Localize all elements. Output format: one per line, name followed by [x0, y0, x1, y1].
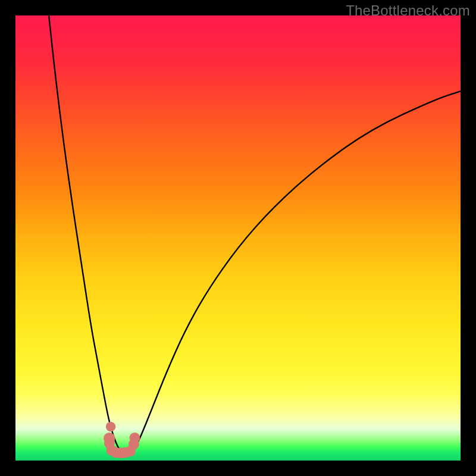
watermark-text: TheBottleneck.com	[346, 2, 470, 19]
right-curve	[133, 91, 461, 452]
left-curve	[49, 15, 121, 452]
chart-frame: TheBottleneck.com	[0, 0, 476, 476]
plot-area	[15, 15, 461, 461]
valley-dots	[104, 422, 140, 458]
valley-dot	[129, 433, 140, 443]
valley-dot	[106, 422, 115, 431]
curve-layer	[15, 15, 461, 461]
